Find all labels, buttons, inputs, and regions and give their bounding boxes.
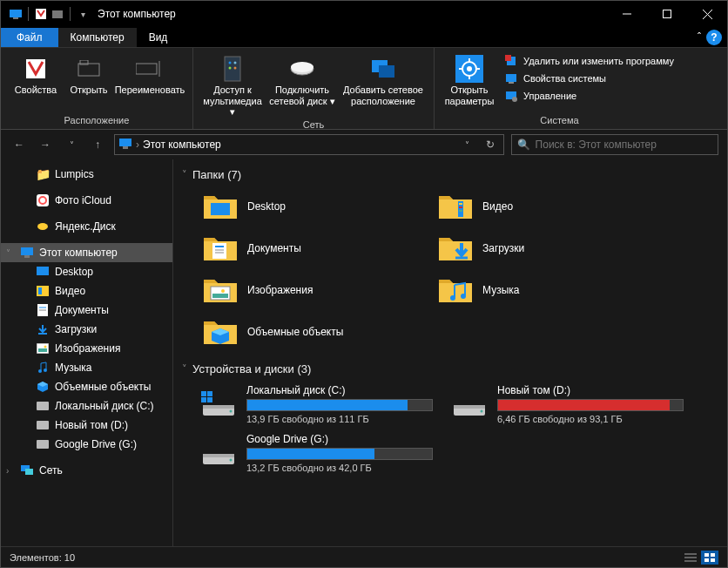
expand-icon[interactable]: ˅ [6, 248, 15, 258]
system-properties-button[interactable]: Свойства системы [504, 71, 674, 86]
svg-rect-0 [10, 10, 22, 17]
sidebar-item-music[interactable]: Музыка [1, 358, 172, 377]
window-title: Этот компьютер [91, 8, 607, 20]
qat-dropdown-icon[interactable]: ▾ [75, 6, 91, 22]
drive-item[interactable]: Локальный диск (C:) 13,9 ГБ свободно из … [199, 384, 433, 424]
refresh-icon[interactable]: ↻ [481, 135, 500, 154]
nav-back-button[interactable]: ← [10, 135, 29, 154]
svg-rect-64 [212, 243, 226, 259]
svg-point-39 [37, 223, 48, 230]
sidebar-item-documents[interactable]: Документы [1, 301, 172, 320]
drive-name: Новый том (D:) [497, 384, 684, 396]
drive-item[interactable]: Новый том (D:) 6,46 ГБ свободно из 93,1 … [450, 384, 684, 424]
network-icon [20, 463, 34, 477]
sidebar-item-local-disk-c[interactable]: Локальный диск (C:) [1, 396, 172, 416]
nav-up-button[interactable]: ↑ [88, 135, 107, 154]
svg-rect-78 [207, 391, 212, 396]
sidebar-item-icloud-photo[interactable]: Фото iCloud [1, 191, 172, 210]
tab-computer[interactable]: Компьютер [58, 28, 137, 47]
folder-item[interactable]: Загрузки [435, 230, 652, 267]
svg-rect-54 [37, 402, 49, 410]
svg-rect-32 [509, 82, 514, 84]
help-icon[interactable]: ? [706, 30, 722, 45]
maximize-button[interactable] [647, 1, 687, 27]
svg-point-17 [234, 67, 237, 70]
svg-rect-90 [704, 553, 709, 557]
ribbon-group-location: Свойства Открыть Переименовать Расположе… [1, 48, 193, 129]
pictures-icon [36, 341, 50, 355]
sidebar-item-new-volume-d[interactable]: Новый том (D:) [1, 416, 172, 435]
search-icon: 🔍 [517, 139, 530, 151]
svg-rect-31 [506, 74, 516, 82]
sidebar-item-yandex-disk[interactable]: Яндекс.Диск [1, 217, 172, 236]
sidebar-item-desktop[interactable]: Desktop [1, 262, 172, 281]
folder-item[interactable]: Изображения [199, 272, 417, 308]
folder-item[interactable]: Видео [435, 188, 652, 225]
nav-recent-dropdown[interactable]: ˅ [62, 135, 81, 154]
svg-rect-50 [38, 348, 47, 352]
svg-point-83 [481, 410, 483, 413]
qat-new-folder-icon[interactable] [50, 6, 65, 22]
ribbon-group-system: Открыть параметры Удалить или изменить п… [435, 48, 684, 129]
sidebar-item-downloads[interactable]: Загрузки [1, 320, 172, 339]
view-tiles-icon[interactable] [701, 551, 718, 565]
drives-section-header[interactable]: ˅Устройства и диски (3) [182, 359, 718, 379]
breadcrumb[interactable]: › Этот компьютер ˅ ↻ [114, 134, 504, 155]
expand-icon[interactable]: › [6, 466, 15, 476]
svg-rect-40 [21, 247, 33, 255]
svg-rect-58 [25, 469, 33, 475]
rename-button[interactable]: Переименовать [114, 51, 185, 113]
tab-view[interactable]: Вид [137, 28, 180, 47]
ribbon: Свойства Открыть Переименовать Расположе… [1, 48, 727, 130]
search-box[interactable]: 🔍 [511, 134, 718, 155]
tab-file[interactable]: Файл [1, 28, 58, 47]
folder-item[interactable]: Документы [199, 230, 417, 267]
sidebar-item-google-drive[interactable]: Google Drive (G:) [1, 435, 172, 454]
sidebar-item-lumpics[interactable]: 📁Lumpics [1, 165, 172, 184]
documents-icon [36, 303, 50, 317]
media-access-button[interactable]: Доступ к мультимедиа ▾ [200, 51, 265, 118]
minimize-button[interactable] [607, 1, 647, 27]
downloads-icon [437, 233, 474, 264]
folder-item[interactable]: Объемные объекты [199, 314, 417, 350]
add-network-location-button[interactable]: Добавить сетевое расположение [340, 51, 427, 118]
drive-item[interactable]: Google Drive (G:) 13,2 ГБ свободно из 42… [199, 433, 433, 473]
manage-button[interactable]: Управление [504, 88, 674, 104]
folder-label: Загрузки [482, 242, 524, 254]
folder-label: Документы [247, 242, 301, 254]
sidebar-item-this-pc[interactable]: ˅Этот компьютер [1, 243, 172, 262]
svg-point-86 [230, 459, 233, 462]
folder-item[interactable]: Desktop [199, 188, 417, 225]
svg-rect-1 [13, 17, 18, 19]
search-input[interactable] [536, 139, 712, 151]
qat-properties-icon[interactable] [33, 6, 49, 22]
drive-capacity-bar [497, 399, 684, 411]
folders-section-header[interactable]: ˅Папки (7) [182, 165, 718, 185]
main-content: ˅Папки (7) DesktopВидеоДокументыЗагрузки… [173, 159, 727, 546]
uninstall-programs-button[interactable]: Удалить или изменить программу [504, 53, 674, 69]
sidebar-item-pictures[interactable]: Изображения [1, 339, 172, 358]
svg-rect-56 [37, 440, 49, 449]
sidebar-item-video[interactable]: Видео [1, 281, 172, 301]
folder-item[interactable]: Музыка [435, 272, 652, 308]
view-details-icon[interactable] [682, 551, 699, 565]
svg-rect-3 [52, 10, 63, 18]
svg-point-24 [467, 66, 472, 71]
properties-button[interactable]: Свойства [8, 51, 64, 113]
svg-point-14 [229, 62, 232, 64]
video-icon [36, 284, 50, 298]
close-button[interactable] [687, 1, 727, 27]
sidebar-item-network[interactable]: ›Сеть [1, 461, 172, 480]
drive-free-text: 13,9 ГБ свободно из 111 ГБ [246, 414, 433, 424]
downloads-icon [36, 322, 50, 336]
sidebar-item-3d-objects[interactable]: Объемные объекты [1, 377, 172, 396]
open-button[interactable]: Открыть [67, 51, 111, 113]
open-settings-button[interactable]: Открыть параметры [442, 51, 497, 113]
nav-forward-button[interactable]: → [36, 135, 55, 154]
svg-rect-79 [201, 397, 206, 402]
map-drive-button[interactable]: Подключить сетевой диск ▾ [268, 51, 336, 118]
drive-free-text: 13,2 ГБ свободно из 42,0 ГБ [246, 463, 433, 473]
breadcrumb-dropdown-icon[interactable]: ˅ [458, 135, 477, 154]
ribbon-collapse-icon[interactable]: ˆ [692, 31, 706, 44]
svg-rect-75 [203, 405, 234, 409]
